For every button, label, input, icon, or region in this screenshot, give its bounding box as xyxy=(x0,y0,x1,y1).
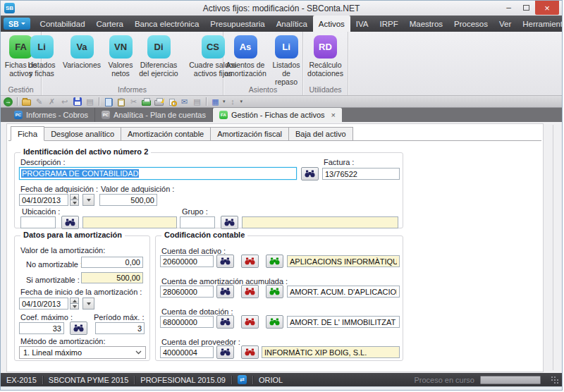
analitica-tab-icon: PC xyxy=(102,111,110,119)
metodo-amortizacion-select[interactable]: 1. Lineal máximo xyxy=(19,346,146,359)
delete-icon[interactable]: ✗ xyxy=(47,97,57,106)
app-menu-button[interactable]: SB xyxy=(4,18,30,30)
variaciones-icon: Va xyxy=(70,35,94,59)
tab-amortizacion-fiscal[interactable]: Amortización fiscal xyxy=(211,127,289,141)
edit-icon[interactable]: ✎ xyxy=(34,97,44,106)
cuenta-dotacion-input[interactable] xyxy=(160,316,214,328)
binoculars-icon xyxy=(220,288,231,295)
cut-icon[interactable]: ✂ xyxy=(128,97,139,106)
layout-grid-icon[interactable]: ▦ xyxy=(210,97,221,106)
no-amortizable-input[interactable] xyxy=(81,257,143,268)
menu-item-banca-electronica[interactable]: Banca electrónica xyxy=(129,16,204,32)
close-button[interactable]: × xyxy=(535,1,559,15)
maximize-button[interactable] xyxy=(517,1,535,15)
spin-up-button[interactable] xyxy=(70,298,79,304)
tab-amortizacion-contable[interactable]: Amortización contable xyxy=(121,127,211,141)
menu-item-contabilidad[interactable]: Contabilidad xyxy=(35,16,91,32)
fecha-adquisicion-input[interactable] xyxy=(19,194,68,206)
coef-lookup-button[interactable] xyxy=(70,321,87,335)
grupo-lookup-button[interactable] xyxy=(221,216,238,229)
menu-item-irpf[interactable]: IRPF xyxy=(374,16,404,32)
open-folder-icon[interactable] xyxy=(21,97,32,106)
tab-close-icon[interactable]: × xyxy=(331,111,336,119)
ubicacion-lookup-button[interactable] xyxy=(61,216,79,229)
menu-item-procesos[interactable]: Procesos xyxy=(448,16,494,32)
periodo-max-input[interactable] xyxy=(95,322,145,334)
coef-maximo-input[interactable] xyxy=(19,322,64,334)
recalculo-dotaciones-button[interactable]: RD Recálculo dotaciones xyxy=(305,35,347,78)
grupo-code-input[interactable] xyxy=(180,216,215,228)
cuenta-activo-lookup-red-button[interactable] xyxy=(241,255,259,268)
new-document-icon[interactable]: ▤ xyxy=(85,97,95,106)
date-dropdown-button[interactable] xyxy=(82,298,94,310)
ubicacion-code-input[interactable] xyxy=(20,216,56,228)
save-icon[interactable] xyxy=(72,97,82,106)
spin-up-button[interactable] xyxy=(70,194,79,200)
status-user: ORIOL xyxy=(259,376,283,384)
listados-y-fichas-icon: Li xyxy=(30,35,54,59)
cuenta-amortizacion-lookup-button[interactable] xyxy=(216,285,234,298)
paste-icon[interactable] xyxy=(116,97,126,106)
print-preview-icon[interactable]: ▤ xyxy=(192,97,202,106)
cuenta-activo-input[interactable] xyxy=(160,255,214,267)
menu-item-herramientas[interactable]: Herramientas xyxy=(517,16,563,32)
cuenta-dotacion-lookup-green-button[interactable] xyxy=(266,315,283,329)
copy-icon[interactable] xyxy=(103,97,114,106)
goto-record-icon[interactable]: → xyxy=(4,97,13,106)
listados-de-repaso-button[interactable]: Li Listados de repaso xyxy=(269,35,304,86)
mail-icon[interactable]: ✉ xyxy=(179,97,190,106)
valor-amortizacion-header: Valor de la amortización: xyxy=(20,246,105,255)
quick-print-icon[interactable] xyxy=(154,97,164,106)
tab-baja-del-activo[interactable]: Baja del activo xyxy=(289,127,353,141)
valor-adquisicion-input[interactable] xyxy=(99,194,157,206)
binoculars-icon xyxy=(220,318,231,326)
date-dropdown-button[interactable] xyxy=(82,194,94,206)
cuenta-proveedor-lookup-button[interactable] xyxy=(216,345,234,359)
menu-item-iva[interactable]: IVA xyxy=(350,16,374,32)
asientos-de-amortizacion-button[interactable]: As Asientos de amortización xyxy=(222,35,269,78)
doctab-analitica-plan-de-cuentas[interactable]: PC Analítica - Plan de cuentas xyxy=(95,108,213,122)
variaciones-button[interactable]: Va Variaciones xyxy=(59,35,104,69)
chevron-down-icon[interactable]: ▾ xyxy=(223,99,226,104)
doctab-gestion-fichas-de-activos[interactable]: FA Gestión - Fichas de activos × xyxy=(213,108,342,122)
cuenta-amortizacion-desc-field xyxy=(287,286,400,298)
cuenta-proveedor-input[interactable] xyxy=(160,346,214,358)
groupbox-datos-amortizacion: Datos para la amortización Valor de la a… xyxy=(14,235,150,361)
cuenta-amortizacion-lookup-green-button[interactable] xyxy=(266,285,283,298)
cuenta-dotacion-lookup-button[interactable] xyxy=(216,315,234,329)
undo-icon[interactable]: ↩ xyxy=(59,97,70,106)
menu-item-maestros[interactable]: Maestros xyxy=(404,16,448,32)
resize-grip[interactable] xyxy=(557,382,558,384)
chevron-down-icon[interactable]: ▾ xyxy=(240,99,243,104)
menu-item-presupuestaria[interactable]: Presupuestaria xyxy=(204,16,270,32)
menu-item-ver[interactable]: Ver xyxy=(494,16,517,32)
cuenta-dotacion-lookup-red-button[interactable] xyxy=(241,315,259,329)
spin-down-button[interactable] xyxy=(70,200,79,206)
print-icon[interactable] xyxy=(141,97,152,106)
ribbon: FA Fichas de activos Gestión Li Listados… xyxy=(1,32,562,96)
cuenta-amortizacion-lookup-red-button[interactable] xyxy=(241,285,259,298)
recalculo-dotaciones-icon: RD xyxy=(314,35,337,59)
cuenta-activo-lookup-green-button[interactable] xyxy=(266,255,283,268)
fecha-inicio-input[interactable] xyxy=(19,298,68,310)
valores-netos-button[interactable]: VN Valores netos xyxy=(104,35,137,78)
cuenta-activo-lookup-button[interactable] xyxy=(216,255,234,268)
listados-y-fichas-button[interactable]: Li Listados y fichas xyxy=(24,35,59,78)
binoculars-icon xyxy=(224,219,235,226)
document-search-icon[interactable] xyxy=(166,97,177,106)
cuenta-amortizacion-acumulada-input[interactable] xyxy=(160,286,214,298)
doctab-informes-cobros[interactable]: PC Informes - Cobros xyxy=(8,108,95,122)
spin-down-button[interactable] xyxy=(70,304,79,310)
factura-input[interactable] xyxy=(322,168,400,180)
descripcion-input[interactable]: PROGRAMA DE CONTABILIDAD xyxy=(19,167,297,180)
tab-desglose-analitico[interactable]: Desglose analítico xyxy=(44,127,121,141)
expand-collapse-icon[interactable]: ↕ xyxy=(228,97,238,106)
descripcion-lookup-button[interactable] xyxy=(301,167,319,180)
menu-item-analitica[interactable]: Analítica xyxy=(271,16,313,32)
cuenta-proveedor-lookup-red-button[interactable] xyxy=(241,345,259,359)
menu-item-cartera[interactable]: Cartera xyxy=(91,16,129,32)
menu-item-activos[interactable]: Activos xyxy=(313,16,350,32)
tab-ficha[interactable]: Ficha xyxy=(11,126,44,141)
minimize-button[interactable]: – xyxy=(500,1,517,15)
diferencias-del-ejercicio-button[interactable]: Di Diferencias del ejercicio xyxy=(137,35,180,78)
